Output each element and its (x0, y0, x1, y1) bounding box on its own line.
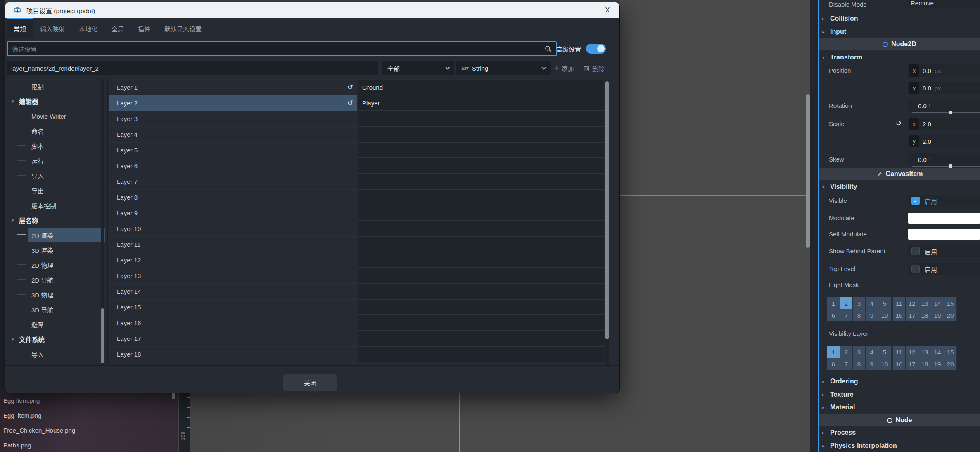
rotation-value[interactable]: 0.0 (908, 102, 927, 109)
mask-bit-3[interactable]: 3 (852, 346, 866, 358)
mask-bit-15[interactable]: 15 (944, 297, 957, 309)
mask-bit-19[interactable]: 19 (931, 309, 944, 321)
mask-bit-19[interactable]: 19 (931, 358, 944, 370)
section-ordering[interactable]: ▸ Ordering (819, 375, 980, 388)
layer-value-cell[interactable] (358, 268, 604, 284)
mask-bit-13[interactable]: 13 (918, 297, 931, 309)
rotation-slider[interactable] (912, 112, 980, 113)
delete-property-button[interactable]: 删除 (584, 61, 605, 75)
mask-bit-9[interactable]: 9 (865, 358, 878, 370)
checkbox-unchecked-icon[interactable] (911, 265, 920, 273)
mask-bit-7[interactable]: 7 (840, 358, 853, 370)
layer-name-cell[interactable]: Layer 6 (109, 158, 357, 174)
mask-bit-17[interactable]: 17 (905, 358, 918, 370)
layer-value-cell[interactable] (358, 284, 604, 300)
layer-value-cell[interactable]: Player (358, 95, 604, 111)
layer-value-cell[interactable] (358, 190, 604, 205)
layer-name-cell[interactable]: Layer 10 (109, 221, 357, 237)
layer-value-cell[interactable] (358, 221, 604, 237)
tree-scrollbar[interactable] (101, 79, 104, 365)
layer-name-cell[interactable]: Layer 12 (109, 252, 357, 268)
dialog-tab[interactable]: 默认导入设置 (157, 18, 209, 38)
advanced-settings-toggle[interactable] (586, 44, 606, 54)
layer-value-cell[interactable] (358, 158, 604, 174)
layer-value-cell[interactable]: Ground (358, 80, 604, 95)
layer-value-cell[interactable] (358, 252, 604, 268)
position-y-value[interactable]: 0.0 (923, 85, 931, 92)
layer-name-cell[interactable]: Layer 3 (109, 111, 357, 127)
mask-bit-4[interactable]: 4 (865, 297, 878, 309)
layer-name-cell[interactable]: Layer 9 (109, 205, 357, 221)
layer-name-cell[interactable]: Layer 14 (109, 284, 357, 300)
mask-bit-5[interactable]: 5 (878, 297, 891, 309)
close-dialog-button[interactable]: 关闭 (283, 374, 337, 391)
position-x-value[interactable]: 0.0 (923, 67, 931, 74)
layer-name-cell[interactable]: Layer 7 (109, 174, 357, 190)
mask-bit-10[interactable]: 10 (878, 309, 891, 321)
layer-name-cell[interactable]: Layer 17 (109, 331, 357, 347)
revert-icon[interactable]: ↺ (347, 100, 353, 107)
mask-bit-12[interactable]: 12 (905, 346, 918, 358)
layer-name-cell[interactable]: Layer 15 (109, 300, 357, 315)
visible-checkbox-well[interactable]: ✓ 启用 (908, 195, 980, 207)
dialog-tab[interactable]: 输入映射 (33, 18, 72, 38)
mask-bit-14[interactable]: 14 (931, 346, 944, 358)
file-item[interactable]: Egg item.png (0, 393, 178, 408)
mask-bit-11[interactable]: 11 (892, 346, 906, 358)
revert-icon[interactable]: ↺ (347, 84, 353, 91)
layer-value-cell[interactable] (358, 174, 604, 190)
mask-bit-8[interactable]: 8 (852, 358, 866, 370)
layer-name-cell[interactable]: Layer 2↺ (109, 95, 357, 111)
layer-name-cell[interactable]: Layer 1↺ (109, 80, 357, 95)
tree-item[interactable]: 限制 (7, 79, 106, 94)
revert-icon[interactable]: ↺ (896, 120, 902, 127)
layer-name-cell[interactable]: Layer 16 (109, 315, 357, 331)
dialog-tab[interactable]: 本地化 (72, 18, 104, 38)
section-transform[interactable]: ▾ Transform (819, 51, 980, 64)
mask-bit-7[interactable]: 7 (840, 309, 853, 321)
mask-bit-18[interactable]: 18 (918, 358, 931, 370)
tree-item[interactable]: 版本控制 (7, 198, 106, 213)
mask-bit-13[interactable]: 13 (918, 346, 931, 358)
scale-y-value[interactable]: 2.0 (923, 138, 931, 145)
layer-name-cell[interactable]: Layer 8 (109, 190, 357, 205)
mask-bit-14[interactable]: 14 (931, 297, 944, 309)
dialog-tab[interactable]: 常规 (7, 18, 33, 38)
close-icon[interactable]: X (602, 5, 613, 16)
mask-bit-6[interactable]: 6 (827, 358, 840, 370)
mask-bit-9[interactable]: 9 (865, 309, 878, 321)
mask-bit-1[interactable]: 1 (827, 346, 840, 358)
layer-value-cell[interactable] (358, 205, 604, 221)
mask-bit-4[interactable]: 4 (865, 346, 878, 358)
mask-bit-18[interactable]: 18 (918, 309, 931, 321)
mask-bit-6[interactable]: 6 (827, 309, 840, 321)
tree-item[interactable]: 导入 (7, 347, 106, 362)
tree-scrollbar-thumb[interactable] (101, 308, 104, 363)
mask-bit-10[interactable]: 10 (878, 358, 891, 370)
mask-bit-12[interactable]: 12 (905, 297, 918, 309)
mask-bit-2[interactable]: 2 (840, 346, 853, 358)
top-level-checkbox-well[interactable]: 启用 (908, 263, 980, 275)
viewport-vertical-scrollbar[interactable] (806, 94, 810, 248)
layer-value-cell[interactable] (358, 347, 604, 362)
layer-name-cell[interactable]: Layer 4 (109, 127, 357, 143)
layer-value-cell[interactable] (358, 127, 604, 143)
layer-value-cell[interactable] (358, 300, 604, 315)
layer-name-cell[interactable]: Layer 18 (109, 347, 357, 362)
layer-value-cell[interactable] (358, 111, 604, 127)
dialog-tab[interactable]: 插件 (131, 18, 157, 38)
mask-bit-3[interactable]: 3 (852, 297, 866, 309)
mask-bit-11[interactable]: 11 (892, 297, 906, 309)
section-physics-interpolation[interactable]: ▸ Physics Interpolation (819, 440, 980, 452)
mask-bit-20[interactable]: 20 (944, 358, 957, 370)
mask-bit-5[interactable]: 5 (878, 346, 891, 358)
filter-dropdown[interactable]: 全部 (382, 61, 454, 75)
layer-value-cell[interactable] (358, 237, 604, 252)
mask-bit-1[interactable]: 1 (827, 297, 840, 309)
mask-bit-17[interactable]: 17 (905, 309, 918, 321)
mask-bit-8[interactable]: 8 (852, 309, 866, 321)
filesystem-scrollbar[interactable] (172, 390, 175, 452)
filesystem-scrollbar-thumb[interactable] (172, 392, 175, 399)
checkbox-unchecked-icon[interactable] (911, 247, 920, 255)
section-texture[interactable]: ▸ Texture (819, 388, 980, 401)
